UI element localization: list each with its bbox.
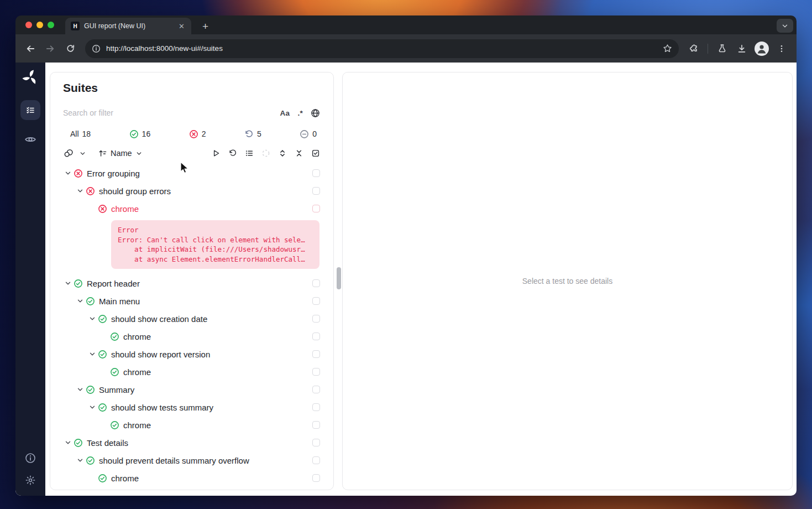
tree-row-label: chrome: [123, 332, 151, 341]
tree-row[interactable]: Test details: [50, 434, 333, 451]
tab-search-button[interactable]: [777, 19, 793, 33]
tree-row[interactable]: chrome: [50, 416, 333, 434]
row-checkbox[interactable]: [312, 439, 320, 446]
filter-retried[interactable]: 5: [244, 129, 261, 139]
status-pass-icon: [97, 350, 107, 359]
chevron-down-icon[interactable]: [87, 314, 97, 323]
tree-row-label: should show tests summary: [111, 403, 213, 412]
chevron-down-icon[interactable]: [63, 169, 73, 178]
forward-button[interactable]: [41, 39, 60, 58]
row-checkbox[interactable]: [312, 205, 320, 212]
group-by-button[interactable]: [63, 148, 74, 159]
minimize-window-button[interactable]: [36, 22, 43, 28]
back-button[interactable]: [21, 39, 40, 58]
avatar: [755, 41, 769, 56]
expand-all-button[interactable]: [278, 149, 287, 158]
chevron-down-icon[interactable]: [87, 403, 97, 412]
status-fail-icon: [97, 204, 107, 213]
chevron-down-icon[interactable]: [63, 279, 73, 288]
status-pass-icon: [97, 403, 107, 412]
fullscreen-window-button[interactable]: [48, 22, 54, 28]
row-checkbox[interactable]: [312, 403, 320, 411]
row-checkbox[interactable]: [312, 421, 320, 429]
tree-row[interactable]: Main menu: [50, 292, 333, 310]
new-tab-button[interactable]: +: [199, 21, 212, 32]
chevron-down-icon[interactable]: [87, 350, 97, 359]
chevron-down-icon[interactable]: [75, 385, 85, 394]
tree-row[interactable]: should group errors: [50, 182, 333, 200]
row-checkbox[interactable]: [312, 456, 320, 464]
sort-button[interactable]: Name: [98, 149, 143, 158]
row-checkbox[interactable]: [312, 187, 320, 195]
focus-mode-button[interactable]: [261, 149, 270, 158]
row-checkbox[interactable]: [312, 333, 320, 340]
tree-row[interactable]: chrome: [50, 200, 333, 217]
tab-close-icon[interactable]: ✕: [176, 22, 187, 31]
sidebar-item-visual-checks[interactable]: [24, 133, 36, 146]
chevron-down-icon[interactable]: [75, 186, 85, 195]
browser-menu-button[interactable]: [772, 39, 791, 58]
chevron-down-icon: [781, 22, 789, 30]
row-checkbox[interactable]: [312, 279, 320, 287]
collapse-all-button[interactable]: [295, 149, 303, 158]
filter-skipped[interactable]: 0: [300, 129, 317, 139]
status-pass-icon: [73, 438, 83, 447]
chevron-down-icon[interactable]: [75, 297, 85, 305]
filter-all[interactable]: All18: [70, 129, 91, 138]
row-checkbox[interactable]: [312, 315, 320, 323]
bookmark-star-icon[interactable]: [663, 44, 672, 53]
tree-row[interactable]: should show tests summary: [50, 398, 333, 416]
profile-button[interactable]: [752, 39, 771, 58]
tree-row-label: should show report version: [111, 350, 210, 359]
row-checkbox[interactable]: [312, 474, 320, 482]
tree-row-label: should prevent details summary overflow: [99, 456, 249, 465]
sidebar-item-suites[interactable]: [20, 100, 40, 120]
x-circle-icon: [189, 129, 198, 139]
row-checkbox[interactable]: [312, 386, 320, 393]
info-button[interactable]: [25, 453, 36, 464]
tree-row[interactable]: Summary: [50, 381, 333, 398]
reload-button[interactable]: [61, 39, 80, 58]
browser-tab[interactable]: H GUI report (New UI) ✕: [65, 18, 191, 34]
globe-icon[interactable]: [311, 108, 320, 118]
run-tests-button[interactable]: [212, 149, 221, 158]
chevron-down-icon[interactable]: [75, 456, 85, 465]
search-input[interactable]: [63, 108, 273, 117]
experiments-button[interactable]: [713, 39, 731, 58]
tree-row[interactable]: chrome: [50, 469, 333, 487]
row-checkbox[interactable]: [312, 297, 320, 305]
select-all-button[interactable]: [311, 149, 320, 158]
tree-row[interactable]: Report header: [50, 274, 333, 292]
report-app: Suites Aa .* All1816250: [15, 63, 797, 496]
row-checkbox[interactable]: [312, 368, 320, 376]
status-pass-icon: [97, 474, 107, 482]
settings-button[interactable]: [25, 475, 36, 486]
tree-row[interactable]: chrome: [50, 363, 333, 381]
list-view-button[interactable]: [245, 149, 254, 158]
row-checkbox[interactable]: [312, 169, 320, 177]
tree-row[interactable]: should show report version: [50, 345, 333, 363]
filter-failed[interactable]: 2: [189, 129, 206, 139]
downloads-button[interactable]: [732, 39, 751, 58]
scrollbar-thumb[interactable]: [337, 267, 341, 289]
row-checkbox[interactable]: [312, 350, 320, 358]
tree-row-label: should group errors: [99, 186, 171, 196]
close-window-button[interactable]: [25, 22, 32, 28]
status-pass-icon: [97, 314, 107, 323]
site-info-icon[interactable]: [92, 44, 101, 53]
url-text[interactable]: http://localhost:8000/new-ui#/suites: [106, 44, 657, 53]
extensions-button[interactable]: [684, 39, 703, 58]
retry-failed-button[interactable]: [228, 149, 237, 158]
group-by-chevron-icon[interactable]: [79, 150, 86, 157]
check-circle-icon: [129, 129, 139, 139]
match-case-button[interactable]: Aa: [280, 109, 290, 117]
filter-passed[interactable]: 16: [129, 129, 151, 139]
regex-button[interactable]: .*: [297, 109, 303, 117]
tree-row[interactable]: chrome: [50, 328, 333, 345]
tree-row[interactable]: should show creation date: [50, 310, 333, 328]
chevron-down-icon[interactable]: [63, 438, 73, 447]
tree-row[interactable]: Error grouping: [50, 164, 333, 182]
expand-icon: [278, 149, 287, 158]
tree-row[interactable]: should prevent details summary overflow: [50, 451, 333, 469]
url-bar[interactable]: http://localhost:8000/new-ui#/suites: [85, 39, 679, 58]
